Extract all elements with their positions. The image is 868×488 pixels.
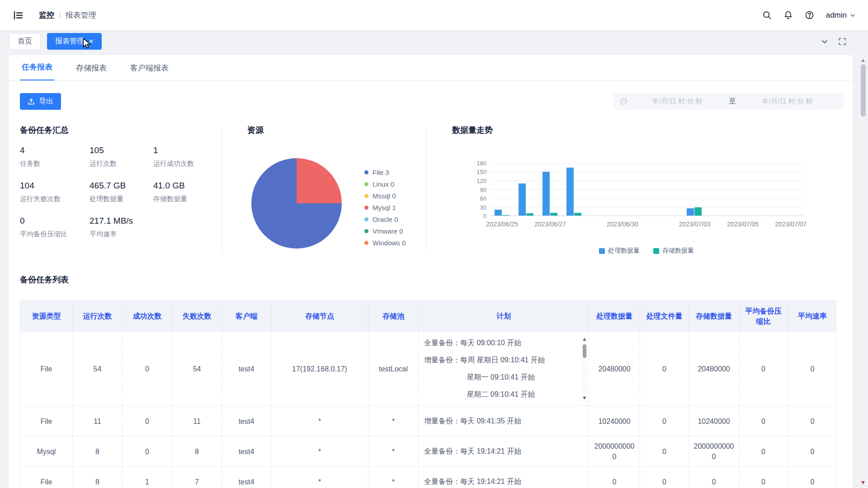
column-header: 客户端 <box>222 301 271 331</box>
stat-processed-data: 465.7 GB 处理数据量 <box>90 181 153 203</box>
stat-value: 4 <box>20 145 90 155</box>
gridline <box>490 189 803 190</box>
y-axis-tick: 90 <box>480 186 486 193</box>
tab-client-report[interactable]: 客户端报表 <box>128 63 170 80</box>
table-cell: test4 <box>222 436 271 466</box>
tab-storage-report[interactable]: 存储报表 <box>74 63 108 80</box>
table-cell: 54 <box>172 332 222 406</box>
table-cell: 0 <box>739 436 788 466</box>
bar-处理数据量 <box>566 168 574 216</box>
breadcrumb-page: 报表管理 <box>66 10 96 20</box>
y-axis-tick: 150 <box>476 169 486 175</box>
clock-icon <box>620 98 627 105</box>
table-cell: 0 <box>640 332 689 406</box>
bar-存储数据量 <box>694 207 702 216</box>
table-cell: test4 <box>222 332 271 406</box>
x-axis-tick: 2023/06/27 <box>534 221 566 228</box>
search-icon[interactable] <box>762 10 772 20</box>
table-cell: * <box>368 467 419 488</box>
bell-icon[interactable] <box>783 10 793 20</box>
page-scrollbar[interactable] <box>860 55 867 488</box>
table-cell: 0 <box>788 436 837 466</box>
column-header: 运行次数 <box>73 301 123 331</box>
table-cell: test4 <box>222 406 271 436</box>
plan-line: 星期二 09:10:41 开始 <box>424 386 578 403</box>
resources-title: 资源 <box>247 125 264 136</box>
stat-avg-speed: 217.1 MB/s 平均速率 <box>90 216 153 239</box>
user-menu[interactable]: admin <box>826 11 855 20</box>
pie-legend-item[interactable]: Mysql 1 <box>364 202 406 213</box>
date-end-input[interactable]: 年/月/日 时:分:秒 <box>738 97 838 106</box>
table-cell: 0 <box>739 467 788 488</box>
gridline <box>490 163 803 164</box>
pie-legend-item[interactable]: Windows 0 <box>364 237 406 249</box>
pie-legend-item[interactable]: Oracle 0 <box>364 213 406 225</box>
table-cell: 0 <box>123 332 172 406</box>
table-cell: 20480000 <box>589 332 640 406</box>
y-axis-tick: 0 <box>483 213 486 220</box>
column-header: 平均速率 <box>788 301 837 331</box>
y-axis-tick: 60 <box>480 195 486 202</box>
help-icon[interactable] <box>805 10 814 20</box>
stat-value: 41.0 GB <box>153 181 226 191</box>
table-cell: * <box>271 436 368 466</box>
column-header: 失败次数 <box>172 301 222 331</box>
tab-home-label: 首页 <box>18 37 32 46</box>
scrollbar-down-arrow[interactable] <box>861 481 865 486</box>
table-cell: 10240000 <box>689 406 739 436</box>
x-axis-tick: 2023/07/07 <box>775 221 807 228</box>
tab-home[interactable]: 首页 <box>9 33 41 50</box>
table-cell: 0 <box>640 436 689 466</box>
pie-legend-item[interactable]: Linux 0 <box>364 178 406 190</box>
table-cell: 0 <box>739 332 788 406</box>
scrollbar-thumb[interactable] <box>583 344 586 358</box>
table-cell: 20000000000 <box>589 436 640 466</box>
table-cell: testLocal <box>368 332 419 406</box>
table-cell: test4 <box>222 467 271 488</box>
fullscreen-icon[interactable] <box>838 38 846 46</box>
legend-dot-icon <box>364 241 368 245</box>
gridline <box>490 172 803 172</box>
trend-plot <box>490 163 803 216</box>
date-range-picker[interactable]: 年/月/日 时:分:秒 至 年/月/日 时:分:秒 <box>613 93 844 110</box>
column-header: 处理数据量 <box>589 301 640 331</box>
pie-legend-item[interactable]: Vmware 0 <box>364 225 406 237</box>
y-axis-tick: 30 <box>480 204 486 211</box>
legend-dot-icon <box>364 194 368 198</box>
legend-label: Windows 0 <box>373 239 406 247</box>
export-button[interactable]: 导出 <box>20 93 61 110</box>
stat-label: 平均备份压缩比 <box>20 230 90 239</box>
plan-cell-scrollbar[interactable] <box>582 335 587 402</box>
trend-title: 数据量走势 <box>452 125 493 136</box>
trend-legend-item[interactable]: 存储数据量 <box>653 247 694 255</box>
chevron-down-icon[interactable] <box>821 38 828 45</box>
menu-toggle-icon[interactable] <box>13 10 24 21</box>
stat-label: 存储数据量 <box>153 195 226 203</box>
tab-task-report[interactable]: 任务报表 <box>20 62 54 80</box>
scrollbar-down-arrow[interactable] <box>583 397 586 401</box>
table-cell: 全量备份：每天 19:14:21 开始 <box>419 467 589 488</box>
close-icon[interactable]: ✕ <box>89 38 94 44</box>
table-cell: * <box>271 467 368 488</box>
tab-report-management[interactable]: 报表管理 ✕ <box>47 33 102 50</box>
table-cell: 0 <box>640 406 689 436</box>
bar-存储数据量 <box>574 213 581 216</box>
legend-dot-icon <box>364 206 368 210</box>
stat-value: 104 <box>20 181 90 191</box>
pie-legend-item[interactable]: Mssql 0 <box>364 190 406 202</box>
scrollbar-up-arrow[interactable] <box>861 57 865 62</box>
breadcrumb-section[interactable]: 监控 <box>39 10 54 20</box>
scrollbar-up-arrow[interactable] <box>583 336 586 341</box>
scrollbar-thumb[interactable] <box>861 64 866 117</box>
date-start-input[interactable]: 年/月/日 时:分:秒 <box>627 97 727 106</box>
trend-legend-item[interactable]: 处理数据量 <box>599 247 640 255</box>
column-header: 存储数据量 <box>689 301 739 331</box>
table-row: Mysql808test4**全量备份：每天 19:14:21 开始200000… <box>20 436 836 466</box>
stat-label: 运行成功次数 <box>153 160 226 168</box>
stat-task-count: 4 任务数 <box>20 145 90 168</box>
stat-fail-count: 104 运行失败次数 <box>20 181 90 203</box>
x-axis-tick: 2023/07/05 <box>727 221 759 228</box>
plan-line: 全量备份：每天 19:14:21 开始 <box>424 443 578 460</box>
column-header: 处理文件量 <box>640 301 689 331</box>
pie-legend-item[interactable]: File 3 <box>364 166 406 178</box>
